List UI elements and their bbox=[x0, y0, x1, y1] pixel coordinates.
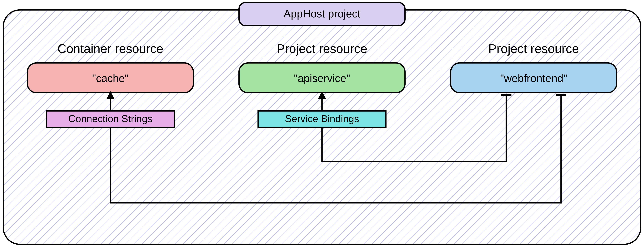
col1-heading: Container resource bbox=[58, 42, 163, 56]
title-text: AppHost project bbox=[284, 7, 360, 20]
apphost-diagram: AppHost project Container resource "cach… bbox=[0, 0, 644, 248]
webfrontend-label: "webfrontend" bbox=[500, 72, 567, 84]
title-badge: AppHost project bbox=[239, 2, 405, 26]
cache-label: "cache" bbox=[92, 72, 129, 84]
connection-strings-label: Connection Strings bbox=[46, 111, 174, 127]
service-bindings-label: Service Bindings bbox=[258, 111, 386, 127]
col3-heading: Project resource bbox=[488, 42, 579, 56]
connection-strings-text: Connection Strings bbox=[68, 113, 152, 124]
apiservice-label: "apiservice" bbox=[294, 72, 350, 84]
col2-heading: Project resource bbox=[277, 42, 367, 56]
service-bindings-text: Service Bindings bbox=[285, 113, 359, 124]
